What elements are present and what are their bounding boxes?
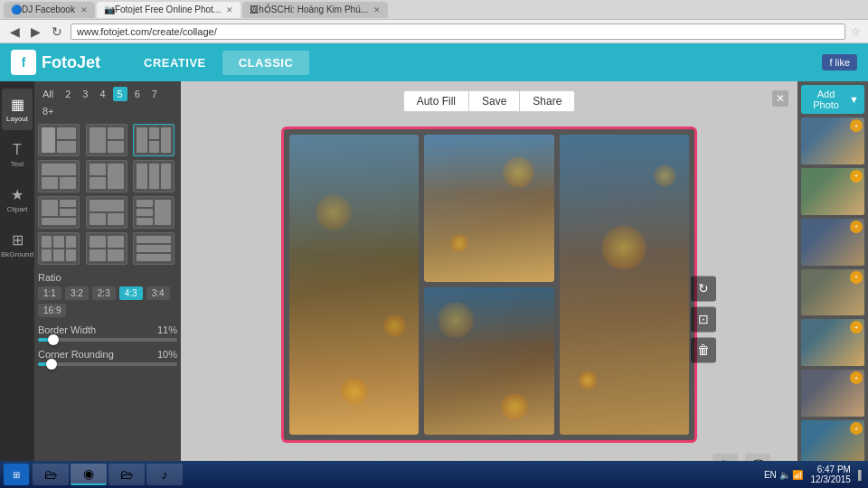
taskbar-app-1[interactable]: 🗁 bbox=[33, 464, 69, 485]
share-button[interactable]: Share bbox=[520, 90, 575, 112]
clipart-icon: ★ bbox=[11, 186, 24, 203]
ratio-2-3[interactable]: 2:3 bbox=[92, 286, 116, 300]
taskbar-icons: EN 🔈 📶 bbox=[764, 470, 803, 480]
taskbar-app-2[interactable]: ◉ bbox=[71, 464, 107, 485]
photo-cell-mid-bot[interactable] bbox=[424, 287, 553, 435]
layout-icon: ▦ bbox=[11, 96, 24, 113]
corner-rounding-thumb[interactable] bbox=[46, 359, 57, 370]
num-tab-6[interactable]: 6 bbox=[130, 87, 145, 101]
thumb-badge-3: + bbox=[850, 221, 863, 233]
tab-close-fb[interactable]: ✕ bbox=[80, 5, 88, 14]
layout-thumb-7[interactable] bbox=[38, 196, 80, 229]
thumb-badge-2: + bbox=[850, 170, 863, 183]
tab-classic[interactable]: CLASSIC bbox=[222, 51, 310, 75]
layout-thumb-10[interactable] bbox=[38, 232, 80, 265]
layout-thumb-1[interactable] bbox=[38, 124, 80, 156]
photo-thumb-6[interactable]: + bbox=[801, 370, 864, 417]
layout-thumb-9[interactable] bbox=[133, 196, 175, 229]
tool-layout[interactable]: ▦ Layout bbox=[2, 89, 33, 130]
num-tab-5[interactable]: 5 bbox=[113, 87, 127, 101]
photo-thumb-2[interactable]: + bbox=[801, 168, 864, 215]
layout-thumb-3[interactable] bbox=[133, 124, 175, 156]
nav-tabs: CREATIVE CLASSIC bbox=[127, 51, 309, 75]
layout-thumb-6[interactable] bbox=[133, 160, 175, 192]
auto-fill-button[interactable]: Auto Fill bbox=[403, 90, 469, 112]
thumb-badge-6: + bbox=[850, 371, 863, 384]
photo-cell-mid-top[interactable] bbox=[424, 135, 553, 282]
address-bar: ◀ ▶ ↻ www.fotojet.com/create/collage/ ☆ bbox=[0, 20, 868, 43]
number-tabs: All 2 3 4 5 6 7 8+ bbox=[38, 87, 177, 118]
crop-tool[interactable]: ⊡ bbox=[691, 306, 716, 332]
ratio-16-9[interactable]: 16:9 bbox=[38, 304, 66, 317]
layout-thumb-8[interactable] bbox=[86, 196, 127, 229]
tab-creative[interactable]: CREATIVE bbox=[127, 51, 222, 75]
photo-cell-left[interactable] bbox=[289, 135, 419, 435]
taskbar-app-4[interactable]: ♪ bbox=[146, 464, 183, 485]
logo-icon: f bbox=[11, 50, 36, 75]
layout-panel: All 2 3 4 5 6 7 8+ bbox=[34, 81, 181, 488]
num-tab-4[interactable]: 4 bbox=[95, 87, 109, 101]
ratio-1-1[interactable]: 1:1 bbox=[38, 286, 61, 300]
forward-button[interactable]: ▶ bbox=[28, 24, 43, 39]
layout-thumb-4[interactable] bbox=[38, 160, 80, 192]
layout-thumb-5[interactable] bbox=[86, 160, 127, 192]
main-layout: ▦ Layout T Text ★ Clipart ⊞ BkGround All… bbox=[0, 81, 868, 488]
fb-like-button[interactable]: f like bbox=[822, 54, 857, 70]
photo-thumb-5[interactable]: + bbox=[801, 319, 864, 366]
url-input[interactable]: www.fotojet.com/create/collage/ bbox=[71, 23, 845, 40]
thumb-badge-1: + bbox=[850, 119, 863, 132]
layout-thumb-12[interactable] bbox=[133, 232, 175, 265]
tab-close-hcm[interactable]: ✕ bbox=[373, 5, 381, 14]
tab-facebook[interactable]: 🔵 DJ Facebook ✕ bbox=[4, 2, 95, 18]
num-tab-7[interactable]: 7 bbox=[147, 87, 162, 101]
ratio-buttons: 1:1 3:2 2:3 4:3 3:4 16:9 bbox=[38, 286, 177, 317]
ratio-4-3[interactable]: 4:3 bbox=[119, 286, 143, 300]
refresh-button[interactable]: ↻ bbox=[49, 24, 65, 39]
tab-hcm[interactable]: 🖼 hỒSCHi: Hoàng Kim Phú... ✕ bbox=[242, 2, 388, 18]
corner-rounding-label: Corner Rounding bbox=[38, 349, 114, 360]
border-width-track[interactable] bbox=[38, 338, 177, 342]
thumb-badge-4: + bbox=[850, 271, 863, 284]
start-button[interactable]: ⊞ bbox=[4, 464, 29, 485]
toolbar-row: Auto Fill Save Share bbox=[190, 90, 788, 112]
taskbar-clock: 6:47 PM 12/3/2015 bbox=[810, 465, 851, 484]
tab-label: DJ Facebook bbox=[22, 5, 75, 14]
ratio-3-4[interactable]: 3:4 bbox=[146, 286, 170, 300]
show-desktop-button[interactable]: ▌ bbox=[858, 470, 864, 480]
taskbar-apps: 🗁 ◉ 🗁 ♪ bbox=[33, 464, 183, 485]
close-canvas-button[interactable]: ✕ bbox=[772, 90, 788, 107]
photo-cell-right[interactable] bbox=[560, 135, 689, 435]
corner-rounding-value: 10% bbox=[157, 349, 177, 360]
num-tab-8plus[interactable]: 8+ bbox=[38, 104, 59, 118]
tab-fotojet[interactable]: 📷 Fotojet Free Online Phot... ✕ bbox=[97, 2, 241, 18]
layout-thumb-2[interactable] bbox=[86, 124, 127, 156]
taskbar-app-3[interactable]: 🗁 bbox=[108, 464, 145, 485]
save-button[interactable]: Save bbox=[469, 90, 520, 112]
tool-clipart[interactable]: ★ Clipart bbox=[2, 179, 33, 221]
rotate-tool[interactable]: ↻ bbox=[691, 276, 716, 301]
num-tab-2[interactable]: 2 bbox=[61, 87, 75, 101]
ratio-3-2[interactable]: 3:2 bbox=[65, 286, 89, 300]
border-width-section: Border Width 11% bbox=[38, 324, 177, 342]
num-tab-3[interactable]: 3 bbox=[78, 87, 92, 101]
delete-tool[interactable]: 🗑 bbox=[691, 337, 716, 362]
taskbar-right: EN 🔈 📶 6:47 PM 12/3/2015 ▌ bbox=[764, 465, 864, 484]
corner-rounding-track[interactable] bbox=[38, 362, 177, 366]
photo-thumb-3[interactable]: + bbox=[801, 219, 864, 266]
add-photo-button[interactable]: Add Photo ▼ bbox=[801, 85, 864, 114]
tab-close-fotojet[interactable]: ✕ bbox=[226, 5, 233, 14]
thumb-badge-5: + bbox=[850, 321, 863, 333]
tool-text[interactable]: T Text bbox=[2, 134, 33, 175]
header-right: f like bbox=[822, 54, 857, 70]
url-text: www.fotojet.com/create/collage/ bbox=[77, 26, 217, 37]
num-tab-all[interactable]: All bbox=[38, 87, 58, 101]
photo-thumb-4[interactable]: + bbox=[801, 269, 864, 316]
layout-thumb-11[interactable] bbox=[86, 232, 127, 265]
photo-thumb-1[interactable]: + bbox=[801, 117, 864, 164]
right-panel: Add Photo ▼ + + + + + + + 🗑 Clear All bbox=[797, 81, 868, 488]
bookmark-icon[interactable]: ☆ bbox=[851, 25, 861, 38]
border-width-value: 11% bbox=[157, 324, 177, 335]
border-width-thumb[interactable] bbox=[48, 334, 59, 345]
back-button[interactable]: ◀ bbox=[7, 24, 23, 39]
tool-background[interactable]: ⊞ BkGround bbox=[2, 224, 33, 266]
